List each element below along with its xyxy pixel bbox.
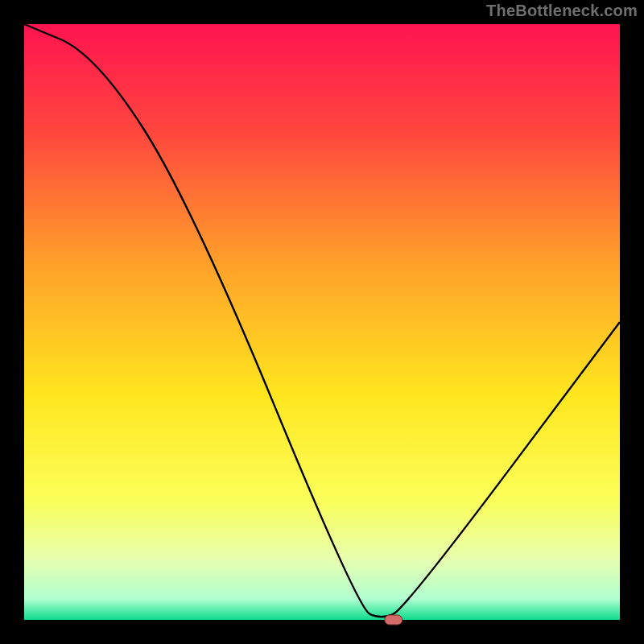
- chart-frame: TheBottleneck.com: [0, 0, 644, 644]
- attribution-label: TheBottleneck.com: [486, 2, 638, 20]
- optimal-point-marker: [385, 615, 402, 625]
- bottleneck-chart: [0, 0, 644, 644]
- plot-background: [24, 24, 620, 620]
